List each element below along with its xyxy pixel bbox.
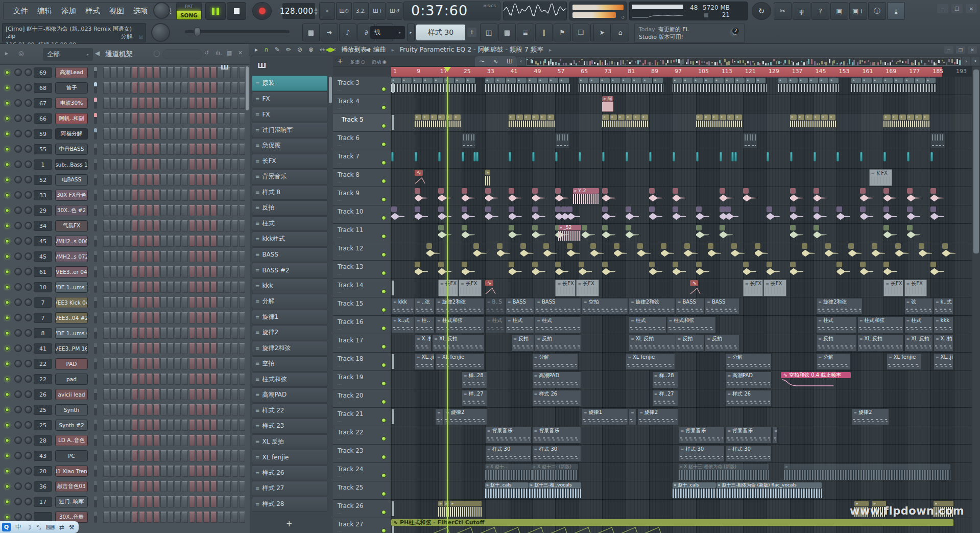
step-cell[interactable] xyxy=(196,328,202,339)
track-header-track-7[interactable]: Track 7⋯ xyxy=(333,150,391,169)
stop-button[interactable] xyxy=(227,2,246,20)
track-name[interactable]: Track 27 xyxy=(338,521,363,528)
step-cell[interactable] xyxy=(175,512,181,523)
step-cell[interactable] xyxy=(203,312,209,323)
pattern-item-2[interactable]: ≡FX xyxy=(252,91,327,107)
audio-clip[interactable]: » _52 xyxy=(558,224,582,242)
track-header-track-10[interactable]: Track 10⋯ xyxy=(333,205,391,224)
crash-clip-header[interactable] xyxy=(438,206,444,212)
pattern-item-20[interactable]: ≡柱式和弦 xyxy=(252,372,327,387)
channel-name-button[interactable]: avicii lead xyxy=(55,389,88,400)
mini-clip-header[interactable]: » xyxy=(632,78,641,83)
step-cell[interactable] xyxy=(132,389,138,400)
channel-rack-icon[interactable]: ▤ xyxy=(302,24,320,41)
step-cell[interactable] xyxy=(210,205,217,216)
channel-led[interactable] xyxy=(5,224,9,228)
track-lane-22[interactable]: ≡背景音乐≡背景音乐≡背景音乐≡背景音乐≡ xyxy=(391,426,980,445)
step-cell[interactable] xyxy=(125,328,131,339)
pattern-clip[interactable]: ≡样式 30 xyxy=(679,445,725,462)
track-lane-4[interactable]: » 阿.. xyxy=(391,95,980,113)
step-cell[interactable] xyxy=(110,159,116,170)
step-cell[interactable] xyxy=(232,236,238,247)
channel-number[interactable]: 45 xyxy=(34,236,52,246)
mini-clip-header[interactable]: » xyxy=(778,78,787,83)
playlist-grid[interactable]: »»»»»»»»»»»»»»»»»»»»»»»»»»»»»»»»»»»»»»»»… xyxy=(391,77,980,533)
track-lane-17[interactable]: ≡X..拍≡XL 反拍≡反拍≡反拍≡XL 反拍≡反拍≡反拍≡反拍≡XL 反拍≡X… xyxy=(391,334,980,353)
step-cell[interactable] xyxy=(175,144,181,155)
channel-volume-knob[interactable] xyxy=(25,498,32,505)
tick-clip[interactable] xyxy=(555,152,558,161)
crash-clip-header[interactable] xyxy=(543,243,549,249)
channel-pan-knob[interactable] xyxy=(14,513,22,521)
channel-filter-dropdown[interactable]: 全部▸ xyxy=(43,48,93,61)
pattern-clip[interactable]: ≡长FX xyxy=(555,280,575,296)
track-led[interactable] xyxy=(381,160,386,165)
arrow-icon[interactable]: ➜ xyxy=(321,24,338,41)
step-cell[interactable] xyxy=(103,190,109,201)
channel-led[interactable] xyxy=(5,454,9,458)
step-cell[interactable] xyxy=(203,481,209,492)
step-cell[interactable] xyxy=(146,343,152,354)
pattern-clip[interactable]: ≡XL fenjie xyxy=(887,353,921,370)
step-cell[interactable] xyxy=(239,435,245,446)
channel-led[interactable] xyxy=(5,71,9,75)
mini-clip-header[interactable]: » xyxy=(626,114,632,120)
step-cell[interactable] xyxy=(132,496,138,507)
channel-name-button[interactable]: 30X FX音色 xyxy=(55,190,88,201)
tick-clip[interactable] xyxy=(836,152,839,161)
step-cell[interactable] xyxy=(175,128,181,140)
step-cell[interactable] xyxy=(139,512,145,523)
pattern-item-16[interactable]: ≡旋律1 xyxy=(252,310,327,325)
track-header-track-27[interactable]: Track 27⋯ xyxy=(333,518,391,533)
ime-search-icon[interactable]: Q xyxy=(2,523,11,531)
step-cell[interactable] xyxy=(196,358,202,369)
step-cell[interactable] xyxy=(168,328,174,339)
track-header-track-17[interactable]: Track 17⋯ xyxy=(333,334,391,353)
audio-clip-header[interactable]: » 赵十三-相..vocals xyxy=(529,482,581,488)
channel-led[interactable] xyxy=(5,193,9,197)
step-cell[interactable] xyxy=(203,220,209,231)
step-cell[interactable] xyxy=(182,420,188,431)
track-name[interactable]: Track 10 xyxy=(338,208,363,215)
crash-clip-header[interactable] xyxy=(720,206,725,212)
track-header-track-23[interactable]: Track 23⋯ xyxy=(333,445,391,463)
step-cell[interactable] xyxy=(146,358,152,369)
channel-number[interactable]: 17 xyxy=(34,497,52,507)
tick-clip[interactable] xyxy=(734,152,737,161)
channel-name-button[interactable]: VMH2..s 072 xyxy=(55,251,88,262)
track-lane-11[interactable]: » _52 xyxy=(391,224,980,242)
step-cell[interactable] xyxy=(218,220,224,231)
crash-clip-header[interactable] xyxy=(602,262,608,267)
crash-clip-header[interactable] xyxy=(582,225,587,230)
ime-punctuation-icon[interactable]: °, xyxy=(36,524,41,531)
step-cell[interactable] xyxy=(232,190,238,201)
step-cell[interactable] xyxy=(160,251,166,262)
step-cell[interactable] xyxy=(218,159,224,170)
audio-clip[interactable]: » 赵十..cals xyxy=(485,481,529,500)
download-icon[interactable]: ⤓ xyxy=(887,2,905,20)
step-cell[interactable] xyxy=(210,435,217,446)
crash-clip-header[interactable] xyxy=(743,188,749,194)
step-cell[interactable] xyxy=(203,159,209,170)
channel-number[interactable]: 43 xyxy=(34,451,52,461)
pattern-clip[interactable]: ≡B..S xyxy=(485,298,505,315)
step-cell[interactable] xyxy=(153,174,159,186)
step-cell[interactable] xyxy=(210,481,217,492)
pattern-clip[interactable]: ≡XL 反拍 xyxy=(904,335,933,352)
tick-clip[interactable] xyxy=(731,152,734,161)
step-cell[interactable] xyxy=(210,98,217,109)
step-cell[interactable] xyxy=(117,420,124,431)
track-header-track-9[interactable]: Track 9⋯ xyxy=(333,187,391,205)
track-led[interactable] xyxy=(381,105,386,110)
step-cell[interactable] xyxy=(210,174,217,186)
channel-number[interactable]: 7 xyxy=(34,297,52,308)
track-name[interactable]: Track 8 xyxy=(338,171,360,178)
timeline-bar-145[interactable]: 145 xyxy=(816,68,826,75)
step-cell[interactable] xyxy=(160,205,166,216)
step-cell[interactable] xyxy=(175,251,181,262)
step-cell[interactable] xyxy=(225,144,231,155)
step-cell[interactable] xyxy=(117,220,124,231)
picker-scrollbar[interactable] xyxy=(329,77,332,103)
step-cell[interactable] xyxy=(153,328,159,339)
channel-volume-knob[interactable] xyxy=(25,99,32,107)
